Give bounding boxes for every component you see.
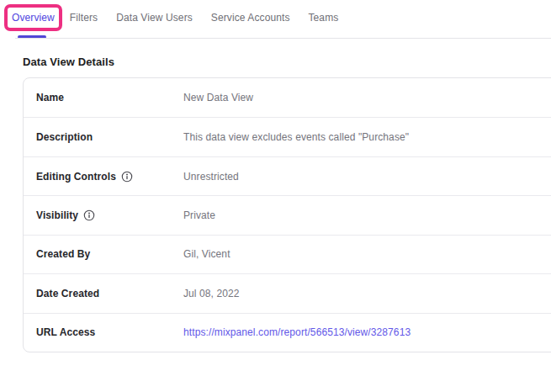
tab-data-view-users[interactable]: Data View Users [116,12,193,24]
row-value: Private [183,209,215,221]
table-row-editing-controls: Editing Controls Unrestricted [24,156,551,195]
table-row-name: Name New Data View [24,78,551,117]
table-row-description: Description This data view excludes even… [24,117,551,156]
data-view-details-card: Name New Data View Description This data… [23,77,551,352]
row-value: This data view excludes events called "P… [183,131,409,143]
data-view-url-link[interactable]: https://mixpanel.com/report/566513/view/… [183,326,411,338]
row-label-text: URL Access [36,326,95,338]
row-label: Description [36,131,93,143]
row-label-text: Created By [36,248,90,260]
row-label-text: Name [36,92,64,103]
row-value: New Data View [183,92,253,103]
tab-service-accounts[interactable]: Service Accounts [211,12,290,24]
row-value: Gil, Vicent [183,248,230,260]
tab-bar-divider [15,38,551,39]
tab-filters[interactable]: Filters [70,12,98,24]
info-icon[interactable] [121,171,133,183]
row-label-text: Date Created [36,288,99,299]
table-row-url-access: URL Access https://mixpanel.com/report/5… [24,313,551,352]
tab-overview[interactable]: Overview [12,12,55,24]
row-label: Editing Controls [36,171,133,183]
row-label-text: Editing Controls [36,171,116,183]
row-value: Unrestricted [183,171,239,183]
table-row-visibility: Visibility Private [24,195,551,234]
annotation-highlight-box: Overview [4,4,62,31]
tab-row: Overview Filters Data View Users Service… [12,0,338,35]
row-label-text: Visibility [36,209,78,221]
row-value: Jul 08, 2022 [183,288,240,299]
table-row-date-created: Date Created Jul 08, 2022 [24,273,551,312]
row-label: Created By [36,248,90,260]
info-icon[interactable] [83,209,95,221]
page-title: Data View Details [23,56,114,68]
tab-bar: Overview Filters Data View Users Service… [0,0,551,39]
row-label-text: Description [36,131,93,143]
tab-teams[interactable]: Teams [309,12,339,24]
row-label: Visibility [36,209,95,221]
table-row-created-by: Created By Gil, Vicent [24,235,551,273]
row-label: Date Created [36,288,99,299]
row-label: Name [36,92,64,103]
settings-page: Overview Filters Data View Users Service… [0,0,551,392]
row-label: URL Access [36,326,95,338]
